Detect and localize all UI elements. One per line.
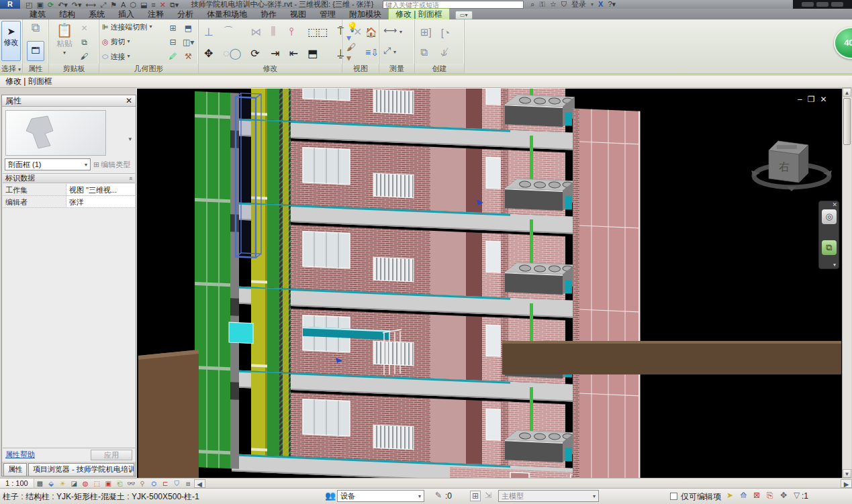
tab-view[interactable]: 视图 [283,9,313,19]
rotate-icon[interactable]: ⟳ [250,47,261,60]
scale-icon[interactable]: ⬒ [307,47,328,60]
editable-only-checkbox[interactable] [670,491,677,501]
measure-icon[interactable]: ⟷ [86,1,97,9]
tab-massing-site[interactable]: 体量和场地 [200,9,254,19]
toposurface-left[interactable] [138,350,199,478]
select-pinned-icon[interactable]: ⊠ [753,491,760,500]
hide-elements-icon[interactable]: 💡▾ [346,21,359,43]
view-minimize-icon[interactable]: – [798,95,808,104]
save-icon[interactable]: ▣ [36,1,43,9]
create-group-icon[interactable]: ⊞] [420,26,432,38]
tag-icon[interactable]: ⚑ [110,1,117,9]
measure-between-refs-icon[interactable]: ⟷ ▾ [383,25,402,36]
design-options-pick-icon[interactable]: ⇲ [485,491,491,500]
property-row-edited-by[interactable]: 编辑者 张洋 [3,196,135,208]
sun-path-icon[interactable]: ☀ [57,479,68,488]
paste-button[interactable]: 📋 粘贴 ▾ [54,22,75,56]
subscription-icon[interactable]: ⚿ [540,0,545,9]
thin-lines-icon[interactable]: ≡ [151,1,155,9]
join-end-cut-button[interactable]: ⊫连接端切割▾ [102,22,152,32]
favorites-icon[interactable]: ☆ [550,0,557,9]
toposurface-right[interactable] [502,341,841,374]
offset-icon[interactable]: ⌒ [223,25,241,39]
beam-column-joins-icon[interactable]: ⊟ [167,37,179,48]
select-by-face-icon[interactable]: ⎘ [767,491,773,500]
open-icon[interactable]: ◰ [26,1,32,9]
text-icon[interactable]: A [121,1,126,9]
workset-select[interactable]: 设备▾ [337,490,424,502]
tab-architecture[interactable]: 建筑 [23,9,52,19]
vertical-scroll-thumb[interactable] [843,98,851,145]
design-option-select[interactable]: 主模型▾ [498,490,599,502]
select-links-icon[interactable]: ➤ [726,491,733,500]
detail-level-icon[interactable]: ▩ [34,479,46,488]
split-face-icon[interactable]: ◫▾ [183,37,194,48]
copy-to-clipboard-icon[interactable]: ⧉ [79,37,90,48]
linework-icon[interactable]: 🏠 [365,27,379,38]
wall-joins-icon[interactable]: ⊞ [167,23,179,34]
drag-on-selection-icon[interactable]: ✥ [780,491,787,500]
collapse-section-icon[interactable]: « [127,177,134,180]
tab-analyze[interactable]: 分析 [171,9,200,19]
type-properties-icon[interactable]: ⧉ [26,21,46,40]
type-preview-dropdown-icon[interactable]: ▾ [128,136,132,142]
align-icon[interactable]: ⊥ [204,26,214,38]
tab-annotate[interactable]: 注释 [141,9,171,19]
properties-palette-toggle-button[interactable]: 🗔 [27,41,44,61]
edit-type-button[interactable]: ⊞ 编辑类型 [93,158,135,170]
cut-geometry-button[interactable]: ◎剪切▾ [102,37,130,46]
join-geometry-button[interactable]: ⬭连接▾ [102,52,130,61]
ribbon-collapse-button[interactable]: ▭▾ [455,11,473,19]
worksets-icon[interactable]: 👥 [325,491,336,501]
properties-help-link[interactable]: 属性帮助 [5,450,35,460]
hscroll-right-arrow[interactable]: ▶ [841,479,852,488]
steering-wheel-icon[interactable]: ◎ [822,209,837,224]
palette-close-icon[interactable]: ✕ [126,96,132,105]
sign-in-caret-icon[interactable]: ▾ [591,0,594,9]
trim-extend-icon[interactable]: ⇥ [271,47,279,60]
paint-icon[interactable]: 🖉 [167,51,179,62]
help-icon[interactable]: ?▾ [608,0,616,9]
create-assembly-icon[interactable]: [◔ [441,27,450,38]
dimension-icon[interactable]: ⤢ ▾ [383,45,396,56]
close-button[interactable] [831,2,843,7]
match-type-icon[interactable]: 🖌 [79,51,90,62]
displace-reset-icon[interactable]: ⧈ [183,479,194,488]
vertical-scrollbar[interactable]: ▲ ▼ [842,88,851,478]
tab-insert[interactable]: 插入 [111,9,141,19]
zoom-icon[interactable]: ⧉ [822,240,837,255]
aligned-dimension-icon[interactable]: ⤢ [100,1,106,9]
create-parts-icon[interactable]: ⫝̸ [441,46,450,58]
select-underlay-icon[interactable]: ⟰ [740,491,747,500]
tab-systems[interactable]: 系统 [82,9,111,19]
override-graphics-icon[interactable]: 🖌▾ [346,42,359,63]
view-close-icon[interactable]: ✕ [820,95,832,104]
redo-icon[interactable]: ↷▾ [72,1,82,9]
property-row-workset[interactable]: 工作集 视图 "三维视... [3,184,135,196]
create-similar-icon[interactable]: ⧉ [420,46,432,58]
shadows-icon[interactable]: ◪ [68,479,80,488]
exchange-apps-icon[interactable]: X [598,0,603,9]
array-icon[interactable]: ⬚⬚ [307,26,328,38]
copy-icon[interactable]: ◌◯ [223,47,241,60]
tab-modify-section-box[interactable]: 修改 | 剖面框 [388,8,450,19]
minimize-button[interactable] [802,2,814,7]
viewcube-face-label[interactable]: 右 [779,160,790,173]
tab-properties-palette[interactable]: 属性 [3,463,27,476]
tab-project-browser[interactable]: 项目浏览器 - 技师学院机电培训... [28,463,134,476]
temporary-view-properties-icon[interactable]: ⛭ [148,479,160,488]
unjoin-icon[interactable]: ⬒ [183,23,194,34]
sign-in-label[interactable]: 登录 [571,0,586,9]
horizontal-scrollbar[interactable] [205,478,841,489]
identity-data-section-header[interactable]: 标识数据 « [3,173,135,183]
temporary-hide-isolate-icon[interactable]: 👓 [126,479,137,488]
show-crop-region-icon[interactable]: ▣ [103,479,114,488]
navbar-expand-icon[interactable]: ▾ [833,262,836,268]
type-selector[interactable]: 剖面框 (1)▾ [5,158,91,170]
unlocked-view-icon[interactable]: ⎗ [114,479,126,488]
filter-icon[interactable]: ▽ [794,491,800,500]
panel-properties-label[interactable]: 属性 [23,64,48,73]
undo-icon[interactable]: ↶▾ [58,1,68,9]
worksharing-display-icon[interactable]: ⛉ [171,479,183,488]
scroll-up-arrow[interactable]: ▲ [843,88,851,97]
